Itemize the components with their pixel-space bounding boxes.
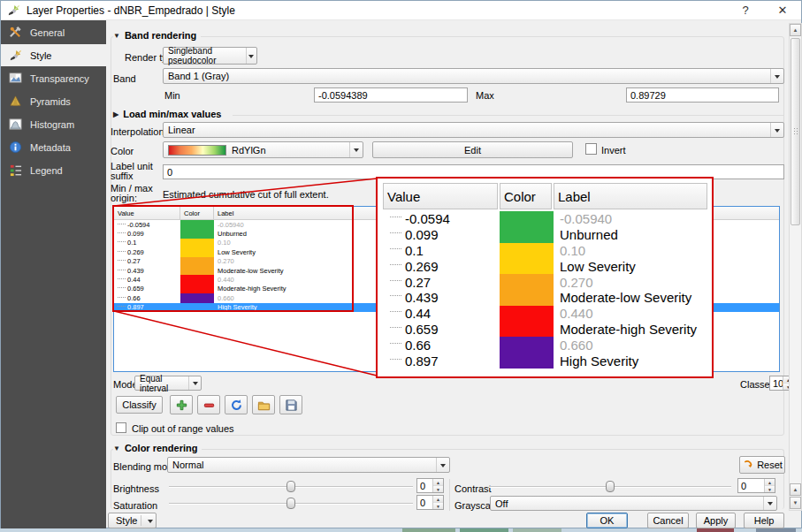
save-colormap-button[interactable] [279, 395, 302, 414]
sidebar-item-metadata[interactable]: Metadata [1, 136, 106, 158]
sidebar-item-histogram[interactable]: Histogram [1, 113, 106, 135]
table-row: 0.440.440 [383, 306, 707, 322]
contrast-slider[interactable] [489, 481, 731, 492]
chevron-down-icon [763, 497, 776, 510]
value-cell: 0.099 [383, 227, 500, 243]
slider-handle[interactable] [286, 481, 295, 492]
grayscale-combo[interactable]: Off [490, 496, 777, 511]
table-row: 0.099Unburned [383, 227, 707, 243]
color-swatch [500, 243, 554, 259]
help-titlebar-button[interactable]: ? [732, 1, 759, 20]
table-row: -0.0594-0.05940 [383, 211, 707, 227]
edit-button[interactable]: Edit [372, 141, 573, 158]
color-rendering-header[interactable]: ▼ Color rendering [113, 443, 202, 453]
slider-handle[interactable] [286, 498, 295, 509]
title-bar: Layer Properties - dNBR_Empedrado | Styl… [1, 1, 801, 20]
label-cell: High Severity [554, 353, 707, 369]
contrast-stepper[interactable]: ▲▼ [737, 478, 775, 493]
label-cell: Moderate-high Severity [554, 322, 707, 338]
value-cell: 0.659 [383, 322, 500, 338]
sidebar-item-style[interactable]: Style [1, 44, 106, 66]
saturation-slider[interactable] [169, 498, 413, 509]
scroll-down-button[interactable]: ▼ [790, 497, 801, 509]
saturation-label: Saturation [113, 500, 157, 511]
column-header-label: Label [554, 183, 707, 209]
sidebar-item-label: General [30, 27, 65, 38]
color-ramp-combo[interactable]: RdYlGn [163, 141, 363, 158]
refresh-button[interactable] [225, 395, 248, 414]
min-label: Min [164, 90, 180, 101]
cancel-button[interactable]: Cancel [647, 513, 689, 528]
load-minmax-header[interactable]: ▶ Load min/max values [113, 109, 225, 119]
table-row: 0.660.660 [383, 337, 707, 353]
interpolation-label: Interpolation [111, 126, 164, 137]
scroll-up-button[interactable]: ▲ [790, 24, 801, 36]
layer-properties-dialog: Layer Properties - dNBR_Empedrado | Styl… [0, 0, 802, 528]
inset-table-header: Value Color Label [383, 183, 707, 209]
brightness-slider[interactable] [169, 481, 413, 492]
app-icon [7, 4, 20, 17]
value-cell: -0.0594 [383, 211, 500, 227]
ok-button[interactable]: OK [586, 513, 628, 528]
band-rendering-header[interactable]: ▼ Band rendering [113, 30, 201, 41]
value-cell: 0.269 [383, 258, 500, 274]
tree-guide [390, 295, 401, 296]
sidebar-item-general[interactable]: General [1, 21, 106, 43]
scrollbar-thumb[interactable] [791, 38, 800, 225]
label-unit-suffix-label: Label unit suffix [111, 162, 158, 181]
add-entry-button[interactable] [170, 395, 193, 414]
slider-handle[interactable] [606, 481, 615, 492]
help-button[interactable]: Help [744, 513, 784, 528]
render-type-combo[interactable]: Singleband pseudocolor [163, 47, 257, 65]
sidebar-item-legend[interactable]: Legend [1, 159, 106, 181]
saturation-stepper[interactable]: ▲▼ [416, 495, 444, 510]
color-ramp-gradient [168, 145, 226, 156]
brightness-stepper[interactable]: ▲▼ [416, 478, 444, 493]
save-icon [285, 399, 298, 412]
contrast-label: Contrast [454, 483, 492, 494]
value-cell: 0.66 [383, 337, 500, 353]
load-colormap-button[interactable] [252, 395, 275, 414]
band-combo[interactable]: Band 1 (Gray) [163, 68, 784, 84]
sidebar-item-label: Histogram [30, 119, 74, 130]
brush-icon [5, 48, 25, 64]
tree-guide [390, 217, 401, 217]
sidebar-item-label: Pyramids [30, 96, 71, 107]
style-menu-button[interactable]: Style [108, 513, 157, 528]
max-input[interactable] [626, 87, 779, 103]
classify-button[interactable]: Classify [116, 396, 163, 414]
stepper-arrows[interactable]: ▲▼ [764, 479, 775, 492]
stepper-arrows[interactable]: ▲▼ [432, 496, 443, 509]
clip-checkbox[interactable] [116, 422, 126, 433]
label-cell: Moderate-low Severity [554, 290, 707, 306]
chevron-down-icon [770, 69, 783, 83]
blending-mode-combo[interactable]: Normal [167, 457, 450, 473]
invert-checkbox[interactable] [585, 143, 597, 155]
vertical-scrollbar[interactable]: ▲ ▲ ▼ [789, 23, 802, 511]
sidebar-item-label: Style [30, 50, 51, 61]
close-button[interactable]: ✕ [769, 1, 796, 20]
chevron-down-icon [246, 48, 256, 64]
color-cell [500, 227, 554, 243]
tree-guide [390, 264, 401, 265]
sidebar-item-pyramids[interactable]: Pyramids [1, 90, 106, 112]
transparency-icon [5, 71, 25, 87]
tree-guide [390, 232, 401, 233]
sidebar-item-transparency[interactable]: Transparency [1, 67, 106, 89]
min-input[interactable] [314, 87, 468, 103]
color-swatch [500, 274, 554, 290]
chevron-down-icon [349, 142, 363, 157]
inset-table-rows: -0.0594-0.059400.099Unburned0.10.100.269… [383, 211, 707, 369]
color-cell [500, 353, 554, 369]
clip-label: Clip out of range values [132, 423, 234, 434]
remove-entry-button[interactable] [197, 395, 220, 414]
interpolation-combo[interactable]: Linear [163, 122, 784, 138]
mode-combo[interactable]: Equal interval [134, 376, 202, 391]
sidebar: GeneralStyleTransparencyPyramidsHistogra… [1, 20, 106, 528]
apply-button[interactable]: Apply [696, 513, 736, 528]
reset-button[interactable]: Reset [739, 456, 785, 474]
stepper-arrows[interactable]: ▲▼ [432, 479, 443, 492]
color-cell [500, 274, 554, 290]
scroll-up-button-bottom[interactable]: ▲ [790, 483, 801, 496]
value-cell: 0.27 [383, 274, 500, 290]
